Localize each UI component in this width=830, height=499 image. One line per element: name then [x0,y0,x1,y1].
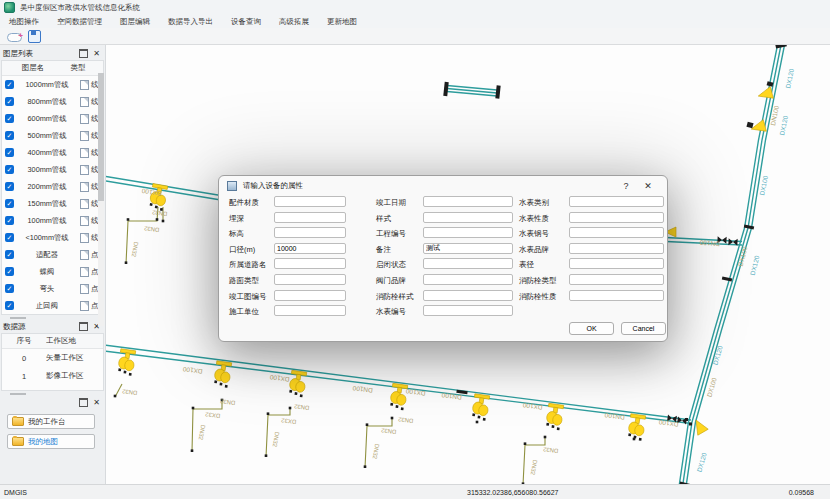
dialog-field-row: 阀门品牌 [376,274,513,290]
ok-button[interactable]: OK [569,322,614,335]
float-panel-icon[interactable] [79,322,88,331]
cloud-upload-icon[interactable] [7,30,22,42]
float-panel-icon[interactable] [79,398,88,407]
pipe-label: DX100 [182,366,203,375]
pipe-label: DN32 [121,388,138,396]
status-coordinates: 315332.02386,656080.56627 [467,489,558,496]
pipe-label: DX100 [405,388,426,397]
layer-name: 止回阀 [14,301,80,311]
layer-row[interactable]: ✓止回阀点 [2,297,103,314]
layer-checkbox[interactable]: ✓ [5,199,14,208]
field-input-fields_left-3[interactable] [274,227,346,238]
layer-row[interactable]: ✓800mm管线线 [2,93,103,110]
close-icon[interactable]: ✕ [637,181,659,191]
layer-row[interactable]: ✓400mm管线线 [2,144,103,161]
layer-row[interactable]: ✓200mm管线线 [2,178,103,195]
field-input-fields_mid-4[interactable] [423,243,513,254]
field-input-fields_right-3[interactable] [569,227,664,238]
layer-row[interactable]: ✓<100mm管线线 [2,229,103,246]
layer-row[interactable]: ✓弯头点 [2,280,103,297]
layer-checkbox[interactable]: ✓ [5,250,14,259]
dialog-field-row: 水表类别 [519,196,664,212]
layer-row[interactable]: ✓适配器点 [2,246,103,263]
layer-scrollbar-thumb[interactable] [98,73,104,201]
layer-name: 适配器 [14,250,80,260]
field-input-fields_mid-5[interactable] [423,258,513,269]
layer-checkbox[interactable]: ✓ [5,301,14,310]
layer-checkbox[interactable]: ✓ [5,182,14,191]
pipe-label: DN32 [372,443,381,460]
layer-row[interactable]: ✓300mm管线线 [2,161,103,178]
layer-row[interactable]: ✓100mm管线线 [2,212,103,229]
pipe-label: DN32 [542,446,559,454]
field-input-fields_right-2[interactable] [569,212,664,223]
field-input-fields_left-2[interactable] [274,212,346,223]
my-workbench-button[interactable]: 我的工作台 [7,414,95,429]
layer-scrollbar[interactable] [98,73,104,326]
layer-row[interactable]: ✓蝶阀点 [2,263,103,280]
float-panel-icon[interactable] [79,49,88,58]
my-map-button[interactable]: 我的地图 [7,434,95,449]
layer-name: 100mm管线 [14,216,80,226]
layer-checkbox[interactable]: ✓ [5,233,14,242]
field-input-fields_left-4[interactable] [274,243,346,254]
field-input-fields_right-4[interactable] [569,243,664,254]
my-map-label: 我的地图 [28,437,58,447]
field-input-fields_right-7[interactable] [569,290,664,301]
field-input-fields_mid-2[interactable] [423,212,513,223]
datasource-row[interactable]: 0矢量工作区 [2,349,103,367]
field-input-fields_mid-8[interactable] [423,305,513,316]
layer-checkbox[interactable]: ✓ [5,148,14,157]
layer-row[interactable]: ✓150mm管线线 [2,195,103,212]
datasource-panel-title: 数据源 [3,322,79,332]
field-label: 阀门品牌 [376,276,406,286]
field-input-fields_left-5[interactable] [274,258,346,269]
field-input-fields_right-6[interactable] [569,274,664,285]
menu-item-2[interactable]: 空间数据管理 [48,17,111,27]
field-input-fields_left-8[interactable] [274,305,346,316]
layer-checkbox[interactable]: ✓ [5,80,14,89]
save-icon[interactable] [28,30,41,43]
field-input-fields_left-6[interactable] [274,274,346,285]
menu-item-7[interactable]: 更新地图 [318,17,366,27]
menu-item-4[interactable]: 数据导入导出 [159,17,222,27]
datasource-row[interactable]: 1影像工作区 [2,367,103,385]
layer-checkbox[interactable]: ✓ [5,284,14,293]
dialog-field-row: 水表品牌 [519,243,664,259]
help-icon[interactable]: ? [615,181,637,191]
layer-checkbox[interactable]: ✓ [5,114,14,123]
close-panel-icon[interactable]: ✕ [93,51,100,57]
field-input-fields_mid-3[interactable] [423,227,513,238]
layer-row[interactable]: ✓600mm管线线 [2,110,103,127]
field-label: 工程编号 [376,229,406,239]
dialog-field-row: 所属道路名 [229,258,346,274]
field-input-fields_right-1[interactable] [569,196,664,207]
cancel-button[interactable]: Cancel [621,322,666,335]
field-input-fields_left-1[interactable] [274,196,346,207]
layer-file-icon [80,301,89,311]
layer-row[interactable]: ✓1000mm管线线 [2,76,103,93]
menu-item-5[interactable]: 设备查询 [222,17,270,27]
menu-item-1[interactable]: 地图操作 [0,17,48,27]
pipe-label: DN32 [131,241,140,258]
layer-checkbox[interactable]: ✓ [5,216,14,225]
field-input-fields_left-7[interactable] [274,290,346,301]
layer-file-icon [80,148,89,158]
dialog-titlebar[interactable]: 请输入设备的属性 ? ✕ [219,176,667,196]
pipe-label: DX100 [522,402,543,411]
field-input-fields_mid-1[interactable] [423,196,513,207]
field-input-fields_right-5[interactable] [569,258,664,269]
layer-checkbox[interactable]: ✓ [5,131,14,140]
close-panel-icon[interactable]: ✕ [93,400,100,406]
layer-row[interactable]: ✓500mm管线线 [2,127,103,144]
field-label: 水表品牌 [519,245,549,255]
field-input-fields_mid-7[interactable] [423,290,513,301]
layer-file-icon [80,131,89,141]
layer-checkbox[interactable]: ✓ [5,97,14,106]
layer-checkbox[interactable]: ✓ [5,165,14,174]
layer-checkbox[interactable]: ✓ [5,267,14,276]
pipe-label: DN100 [769,104,780,126]
field-input-fields_mid-6[interactable] [423,274,513,285]
menu-item-3[interactable]: 图层编辑 [111,17,159,27]
menu-item-6[interactable]: 高级拓展 [270,17,318,27]
